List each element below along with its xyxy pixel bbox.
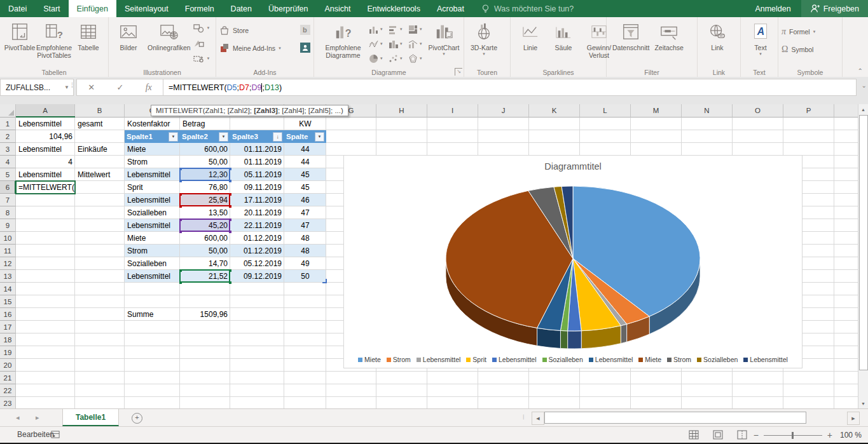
colchart-chart-button[interactable]: ▾ [369,22,388,36]
table-header-Spalte3[interactable]: Spalte3↓ [230,130,284,143]
sparkline-saeule-button[interactable]: Säule [547,19,580,52]
cell-D11[interactable]: 50,00 [180,245,230,257]
vertical-scroll-thumb[interactable] [859,115,868,370]
row-header-2[interactable]: 2 [0,130,16,143]
table-header-Spalte2[interactable]: Spalte2▼ [180,130,230,143]
name-box[interactable]: ZUFALLSB... ▼ [0,79,74,96]
empfohlene-diagramme-button[interactable]: ? Empfohlene Diagramme [317,19,369,60]
cell-F1[interactable]: KW [284,118,326,130]
cell-C11[interactable]: Strom [125,245,180,257]
filter-dropdown-icon[interactable]: ▼ [169,132,178,142]
smartart-button[interactable] [193,37,210,50]
hscroll-splitter[interactable]: ⁞ [523,414,525,420]
cell-B1[interactable]: gesamt [75,118,125,130]
column-header-P[interactable]: P [783,104,834,118]
select-all-corner[interactable] [0,104,16,118]
pie-chart-button[interactable]: ▾ [369,51,388,65]
formel-button[interactable]: π Formel▾ [782,25,815,38]
cell-A2[interactable]: 104,96 [16,130,75,143]
cell-D8[interactable]: 13,50 [180,206,230,219]
cell-C1[interactable]: Kostenfaktor [125,118,180,130]
column-header-H[interactable]: H [376,104,427,118]
cell-C13[interactable]: Lebensmittel [125,270,180,283]
cell-C3[interactable]: Miete [125,143,180,156]
cell-A3[interactable]: Lebensmittel [16,143,75,156]
tab-start[interactable]: Start [35,0,68,17]
filter-dropdown-icon[interactable]: ▼ [219,132,228,142]
formula-bar-splitter[interactable]: ⁞ [71,82,73,89]
symbol-button[interactable]: Ω Symbol [782,43,815,56]
row-header-12[interactable]: 12 [0,257,16,270]
cell-E3[interactable]: 01.11.2019 [230,143,284,156]
ref-highlight-D5[interactable] [179,168,230,181]
cell-E10[interactable]: 01.12.2019 [230,232,284,245]
cell-F3[interactable]: 44 [284,143,326,156]
cell-F11[interactable]: 48 [284,245,326,257]
cell-E12[interactable]: 05.12.2019 [230,257,284,270]
row-header-9[interactable]: 9 [0,219,16,232]
row-header-17[interactable]: 17 [0,321,16,333]
meine-addins-button[interactable]: Meine Add-Ins ▾ [219,42,310,55]
column-header-partial[interactable] [834,104,858,118]
hierarchy-chart-button[interactable]: ▾ [408,22,427,36]
cell-E6[interactable]: 09.11.2019 [230,181,284,194]
tab-ansicht[interactable]: Ansicht [317,0,359,17]
cell-C12[interactable]: Sozialleben [125,257,180,270]
confirm-entry-button[interactable]: ✓ [116,83,123,92]
column-header-B[interactable]: B [75,104,125,118]
row-header-11[interactable]: 11 [0,245,16,257]
row-header-8[interactable]: 8 [0,206,16,219]
zoom-in-button[interactable]: + [827,430,832,440]
cell-C9[interactable]: Lebensmittel [125,219,180,232]
tab-entwicklertools[interactable]: Entwicklertools [359,0,429,17]
cell-D3[interactable]: 600,00 [180,143,230,156]
ref-highlight-D7[interactable] [179,193,230,206]
chart-legend[interactable]: MieteStromLebensmittelSpritLebensmittelS… [344,356,802,363]
histogram-chart-button[interactable]: ▾ [389,37,408,51]
tab-formeln[interactable]: Formeln [177,0,223,17]
cell-D6[interactable]: 76,80 [180,181,230,194]
zoom-out-button[interactable]: − [754,430,759,440]
cell-C16[interactable]: Summe [125,308,180,321]
cell-D1[interactable]: Betrag [180,118,230,130]
cell-D10[interactable]: 600,00 [180,232,230,245]
cancel-entry-button[interactable]: ✕ [88,83,95,92]
new-sheet-button[interactable]: + [132,413,142,424]
sheet-tab-tabelle1[interactable]: Tabelle1 [62,409,119,426]
vertical-scrollbar[interactable]: ▲ ▼ [858,104,868,408]
cell-B3[interactable]: Einkäufe [75,143,125,156]
cell-E13[interactable]: 09.12.2019 [230,270,284,283]
cell-D12[interactable]: 14,70 [180,257,230,270]
cell-C8[interactable]: Sozialleben [125,206,180,219]
table-resize-handle[interactable] [322,279,327,283]
tell-me-search[interactable]: Was möchten Sie tun? [481,0,574,17]
scroll-down-icon[interactable]: ▼ [858,398,868,408]
cell-E8[interactable]: 20.11.2019 [230,206,284,219]
cell-A5[interactable]: Lebensmittel [16,168,75,181]
cell-F12[interactable]: 49 [284,257,326,270]
scroll-right-icon[interactable]: ▶ [847,412,860,425]
cell-C6[interactable]: Sprit [125,181,180,194]
row-header-19[interactable]: 19 [0,346,16,359]
tab-daten[interactable]: Daten [223,0,260,17]
row-header-14[interactable]: 14 [0,283,16,295]
shapes-button[interactable]: ▾ [193,22,210,34]
column-header-L[interactable]: L [580,104,631,118]
zoom-slider-thumb[interactable] [792,432,794,439]
tabelle-button[interactable]: Tabelle [72,19,105,52]
tab-datei[interactable]: Datei [0,0,35,17]
cell-B5[interactable]: Mittelwert [75,168,125,181]
column-header-A[interactable]: A [16,104,75,118]
cell-C7[interactable]: Lebensmittel [125,194,180,206]
bilder-button[interactable]: Bilder [112,19,145,52]
chart[interactable]: Diagrammtitel MieteStromLebensmittelSpri… [343,155,803,368]
scatter-chart-button[interactable]: ▾ [389,51,408,65]
chart-title[interactable]: Diagrammtitel [344,161,802,172]
cell-F10[interactable]: 48 [284,232,326,245]
tab-einfügen[interactable]: Einfügen [69,0,116,17]
cell-F4[interactable]: 44 [284,156,326,168]
row-header-4[interactable]: 4 [0,156,16,168]
screenshot-button[interactable]: ▾ [193,52,210,65]
row-header-10[interactable]: 10 [0,232,16,245]
text-button[interactable]: A Text ▾ [744,19,777,57]
